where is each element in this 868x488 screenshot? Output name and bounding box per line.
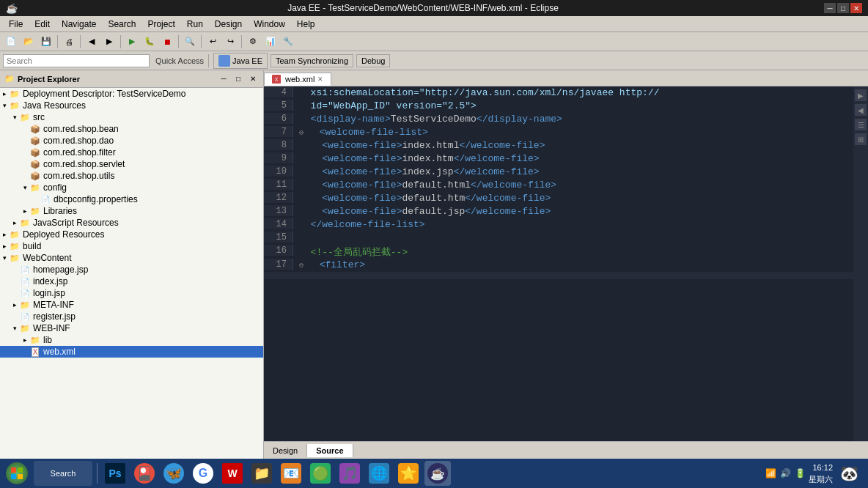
eclipse-icon: ☕ [427, 463, 448, 484]
start-orb [6, 462, 28, 484]
sidebar-btn3[interactable]: ☰ [855, 119, 867, 130]
tree-item[interactable]: ▸📁Deployed Resources [0, 229, 263, 240]
taskbar-google[interactable]: G [190, 461, 216, 486]
toolbar-sep2 [80, 35, 81, 48]
line-number: 4 [264, 86, 293, 97]
minimize-button[interactable]: ─ [824, 3, 836, 13]
panel-minimize[interactable]: ─ [218, 73, 229, 85]
taskbar-app11[interactable]: ⭐ [395, 461, 422, 486]
tree-item[interactable]: 📦com.red.shop.servlet [0, 158, 263, 170]
tree-item[interactable]: Xweb.xml [0, 346, 263, 358]
line-number: 8 [264, 139, 293, 150]
tree-item[interactable]: 📄login.jsp [0, 287, 263, 299]
taskbar-app10[interactable]: 🌐 [366, 461, 392, 486]
menu-edit[interactable]: Edit [29, 18, 56, 31]
taskbar-app6[interactable]: 📁 [249, 461, 275, 486]
taskbar-photoshop[interactable]: Ps [102, 461, 128, 486]
tree-item[interactable]: 📦com.red.shop.filter [0, 147, 263, 158]
menu-search[interactable]: Search [102, 18, 141, 31]
toolbar-extra2[interactable]: 📊 [262, 34, 279, 50]
toolbar-debug[interactable]: 🐛 [141, 34, 158, 50]
panda-app[interactable]: 🐼 [836, 461, 862, 486]
sidebar-btn1[interactable]: ▶ [855, 89, 867, 101]
menu-design[interactable]: Design [209, 18, 248, 31]
toolbar-save[interactable]: 💾 [38, 34, 54, 50]
tree-item[interactable]: 📄register.jsp [0, 311, 263, 322]
tree-item[interactable]: ▸📁META-INF [0, 299, 263, 311]
tree-item[interactable]: ▾📁Java Resources [0, 100, 263, 111]
taskbar-app8[interactable]: 🟢 [307, 461, 334, 486]
tree-item[interactable]: ▾📁WEB-INF [0, 322, 263, 334]
toolbar-stop[interactable]: ⏹ [159, 34, 175, 50]
toolbar-extra1[interactable]: ⚙ [245, 34, 261, 50]
toolbar-back[interactable]: ◀ [84, 34, 100, 50]
menu-help[interactable]: Help [291, 18, 321, 31]
taskbar-app5[interactable]: W [219, 461, 246, 486]
source-tab[interactable]: Source [307, 444, 353, 457]
toolbar-print[interactable]: 🖨 [61, 34, 77, 50]
sidebar-btn2[interactable]: ◀ [855, 104, 867, 116]
java-ee-perspective[interactable]: Java EE [213, 53, 268, 69]
tree-item-label: com.red.shop.utils [43, 171, 114, 181]
toolbar-sep1 [57, 35, 58, 48]
tree-item[interactable]: 📦com.red.shop.utils [0, 170, 263, 182]
editor-tab-close[interactable]: ✕ [317, 75, 323, 83]
taskbar-app3[interactable]: 🦋 [161, 461, 187, 486]
tree-item[interactable]: 📦com.red.shop.bean [0, 123, 263, 135]
tree-item[interactable]: 📄homepage.jsp [0, 264, 263, 276]
start-button[interactable] [3, 461, 31, 486]
toolbar-run[interactable]: ▶ [124, 34, 140, 50]
panel-maximize[interactable]: □ [232, 73, 244, 85]
tree-item[interactable]: 📄index.jsp [0, 276, 263, 287]
line-content [293, 232, 299, 232]
toolbar-forward[interactable]: ▶ [101, 34, 117, 50]
wps-icon: W [222, 463, 243, 484]
line-content: ⊖ <welcome-file-list> [293, 126, 428, 138]
menu-project[interactable]: Project [141, 18, 180, 31]
toolbar-extra3[interactable]: 🔧 [280, 34, 296, 50]
sidebar-btn4[interactable]: ⊞ [855, 133, 867, 145]
toolbar-search[interactable]: 🔍 [182, 34, 198, 50]
tree-item[interactable]: 📄dbcpconfig.properties [0, 193, 263, 205]
taskbar-app7[interactable]: 📧 [278, 461, 304, 486]
tree-item[interactable]: ▾📁WebContent [0, 252, 263, 264]
app3-icon: 🦋 [163, 463, 184, 484]
menu-window[interactable]: Window [248, 18, 291, 31]
tree-item[interactable]: ▸📁Libraries [0, 205, 263, 217]
toolbar-new[interactable]: 📄 [3, 34, 19, 50]
toolbar-undo[interactable]: ↩ [205, 34, 221, 50]
menu-navigate[interactable]: Navigate [56, 18, 102, 31]
taskbar-app9[interactable]: 🎵 [336, 461, 363, 486]
app9-icon: 🎵 [339, 463, 360, 484]
editor-tab-webxml[interactable]: X web.xml ✕ [264, 73, 331, 86]
tray-battery: 🔋 [794, 467, 806, 479]
team-sync-perspective[interactable]: Team Synchronizing [271, 54, 353, 67]
toolbar-open[interactable]: 📂 [21, 34, 37, 50]
taskbar-search[interactable]: Search [34, 461, 92, 486]
tree-item[interactable]: ▸📁lib [0, 334, 263, 346]
taskbar-eclipse[interactable]: ☕ [424, 461, 451, 486]
line-content: <welcome-file>default.htm</welcome-file> [293, 192, 551, 204]
tree-item[interactable]: 📦com.red.shop.dao [0, 135, 263, 147]
close-button[interactable]: ✕ [850, 3, 862, 13]
code-editor[interactable]: 4 xsi:schemaLocation="http://java.sun.co… [264, 86, 853, 441]
tree-item[interactable]: ▸📁build [0, 240, 263, 252]
menu-file[interactable]: File [3, 18, 29, 31]
panel-close[interactable]: ✕ [247, 73, 259, 85]
tree-item[interactable]: ▾📁src [0, 111, 263, 123]
quick-access-label: Quick Access [155, 56, 204, 65]
maximize-button[interactable]: □ [837, 3, 849, 13]
menu-run[interactable]: Run [181, 18, 209, 31]
debug-perspective[interactable]: Debug [356, 54, 390, 67]
taskbar-app2[interactable]: 🎴 [131, 461, 158, 486]
toolbar-redo[interactable]: ↪ [222, 34, 238, 50]
tree-item-label: build [23, 241, 41, 251]
editor-panel: X web.xml ✕ 4 xsi:schemaLocation="http:/… [264, 70, 868, 459]
tree-item[interactable]: ▸📁JavaScript Resources [0, 217, 263, 229]
tree-item[interactable]: ▾📁config [0, 182, 263, 193]
design-tab[interactable]: Design [264, 444, 307, 457]
tree-item-label: com.red.shop.filter [43, 147, 116, 158]
line-content: <display-name>TestServiceDemo</display-n… [293, 113, 562, 125]
quick-access-input[interactable] [3, 54, 150, 67]
tree-item[interactable]: ▸📁Deployment Descriptor: TestServiceDemo [0, 88, 263, 100]
